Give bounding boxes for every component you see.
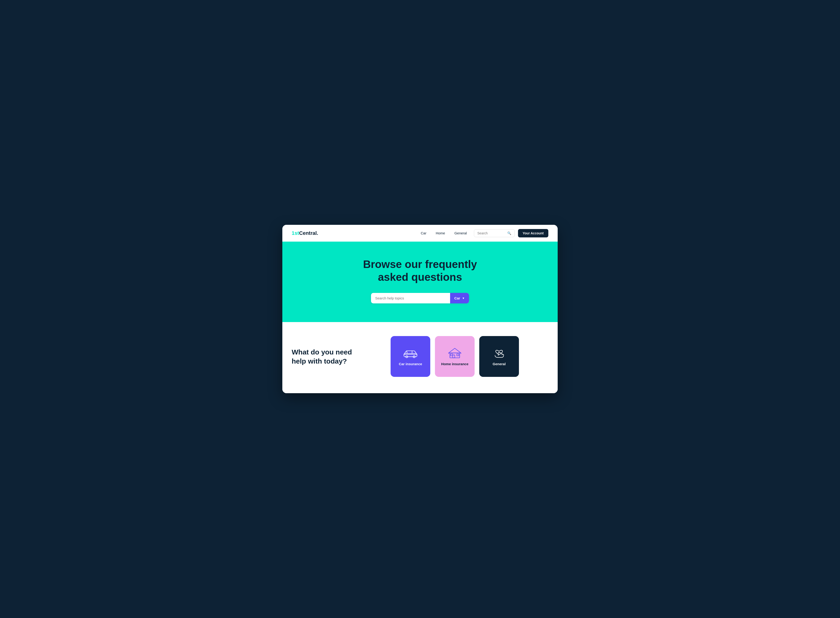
your-account-button[interactable]: Your Account bbox=[518, 229, 548, 238]
logo-central: Central bbox=[299, 230, 317, 236]
card-general[interactable]: General bbox=[479, 336, 519, 377]
what-help-line1: What do you need bbox=[292, 348, 352, 356]
what-help-title: What do you need help with today? bbox=[292, 348, 352, 365]
svg-marker-3 bbox=[449, 348, 461, 353]
hero-search-container: Car ▼ bbox=[371, 293, 469, 303]
logo[interactable]: 1st Central . bbox=[292, 230, 318, 236]
hero-dropdown-label: Car bbox=[454, 296, 460, 300]
hero-title-line1: Browse our frequently bbox=[363, 258, 477, 270]
svg-rect-7 bbox=[457, 354, 459, 356]
what-help-line2: help with today? bbox=[292, 357, 347, 365]
nav-general[interactable]: General bbox=[454, 231, 467, 235]
card-car-label: Car insurance bbox=[399, 362, 422, 366]
header: 1st Central . Car Home General 🔍 Your Ac… bbox=[282, 225, 558, 242]
car-icon bbox=[402, 347, 419, 359]
browser-window: 1st Central . Car Home General 🔍 Your Ac… bbox=[282, 225, 558, 393]
heart-hand-icon bbox=[491, 347, 507, 359]
card-car-insurance[interactable]: Car insurance bbox=[390, 336, 430, 377]
card-general-label: General bbox=[493, 362, 506, 366]
cards-container: Car insurance Home insurance bbox=[361, 336, 548, 377]
header-search-icon: 🔍 bbox=[507, 231, 511, 235]
logo-dot: . bbox=[317, 230, 318, 236]
hero-title: Browse our frequently asked questions bbox=[292, 258, 548, 284]
nav-links: Car Home General bbox=[421, 231, 467, 235]
header-search-bar: 🔍 bbox=[474, 229, 515, 237]
logo-1st: 1st bbox=[292, 230, 299, 236]
hero-search-input[interactable] bbox=[371, 293, 450, 303]
hero-title-line2: asked questions bbox=[378, 271, 462, 283]
nav-car[interactable]: Car bbox=[421, 231, 426, 235]
home-icon bbox=[447, 347, 463, 359]
hero-section: Browse our frequently asked questions Ca… bbox=[282, 242, 558, 322]
content-left: What do you need help with today? bbox=[292, 348, 352, 365]
nav-home[interactable]: Home bbox=[436, 231, 445, 235]
card-home-label: Home insurance bbox=[441, 362, 469, 366]
header-search-input[interactable] bbox=[477, 231, 505, 235]
content-section: What do you need help with today? Car in… bbox=[282, 322, 558, 393]
svg-rect-5 bbox=[453, 355, 455, 358]
svg-rect-6 bbox=[451, 354, 453, 356]
chevron-down-icon: ▼ bbox=[462, 297, 465, 300]
hero-dropdown-button[interactable]: Car ▼ bbox=[450, 293, 469, 303]
card-home-insurance[interactable]: Home insurance bbox=[435, 336, 475, 377]
